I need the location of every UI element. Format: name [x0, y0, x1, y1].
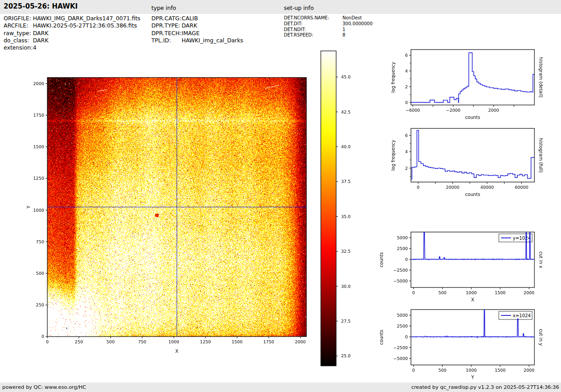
x-tick-label: 750 [138, 339, 146, 344]
metadata-row: ORIGFILE:HAWKI_IMG_DARK_Darks147_0071.fi… [4, 15, 141, 22]
y-tick-label: 1500 [33, 144, 44, 149]
metadata-row: extension:4 [4, 44, 141, 51]
x-tick-label: 0 [412, 290, 415, 295]
metadata-label: DPR.TECH: [151, 30, 182, 37]
legend: y=1024 [499, 234, 532, 242]
colorbar-tick-label: 45.0 [341, 74, 351, 79]
colorbar-tick-label: 25.0 [341, 353, 351, 358]
metadata-label: ARCFILE: [4, 22, 33, 29]
y-tick-label: −2500 [393, 345, 408, 350]
series-line [411, 310, 534, 337]
setup-info-heading: set-up info [284, 5, 314, 11]
x-tick-label: 1500 [495, 368, 506, 373]
legend: x=1024 [499, 311, 532, 319]
x-tick-label: 1750 [263, 339, 274, 344]
y-tick-label: 1250 [33, 176, 44, 181]
y-tick-label: 6 [405, 53, 408, 58]
right-axis-label: cut in x [538, 251, 543, 268]
x-tick-label: −2000 [446, 108, 461, 113]
series-line [411, 232, 534, 260]
type-info-block: DPR.CATG:CALIBDPR.TYPE:DARKDPR.TECH:IMAG… [151, 15, 243, 44]
y-tick-label: 0 [405, 334, 408, 339]
metadata-row: DET.RSPEED:8 [284, 32, 373, 38]
type-info-heading: type info [151, 5, 176, 11]
right-axis-label: histogram (detail) [538, 57, 543, 98]
colorbar-tick-label: 32.5 [341, 249, 351, 254]
y-tick-label: 500 [36, 271, 44, 276]
y-axis-label: log frequency [391, 140, 396, 171]
metadata-value: HAWKI_IMG_DARK_Darks147_0071.fits [33, 15, 141, 22]
metadata-row: DET.NDIT:1 [284, 27, 373, 33]
series-line [411, 53, 534, 102]
right-axis-label: cut in y [538, 329, 543, 346]
y-axis-label: counts [379, 330, 384, 345]
metadata-label: extension: [4, 44, 33, 51]
y-tick-label: 5000 [397, 235, 408, 240]
setup-info-block: DET.NCORRS.NAME:NonDestDET.DIT:300.00000… [284, 15, 373, 38]
x-tick-label: 2000 [295, 339, 306, 344]
header-bar [0, 0, 561, 14]
colorbar [321, 51, 336, 366]
y-axis-label: counts [379, 252, 384, 267]
metadata-label: ORIGFILE: [4, 15, 33, 22]
x-tick-label: 0 [46, 339, 49, 344]
y-tick-label: 0 [41, 334, 44, 339]
axes-frame [411, 310, 534, 365]
x-tick-label: 40000 [480, 185, 494, 190]
metadata-label: DET.DIT: [284, 21, 342, 27]
x-tick-label: 1500 [232, 339, 242, 344]
axes-frame [411, 50, 534, 105]
metadata-label: DPR.CATG: [151, 15, 182, 22]
metadata-row: TPL.ID:HAWKI_img_cal_Darks [151, 37, 243, 44]
x-tick-label: 250 [75, 339, 83, 344]
y-tick-label: 750 [36, 239, 44, 244]
metadata-value: CALIB [182, 15, 198, 22]
y-tick-label: 2000 [33, 81, 44, 86]
y-axis-label: log frequency [391, 62, 396, 93]
metadata-value: NonDest [342, 15, 362, 20]
file-info-block: ORIGFILE:HAWKI_IMG_DARK_Darks147_0071.fi… [4, 15, 141, 51]
metadata-row: DET.NCORRS.NAME:NonDest [284, 15, 373, 21]
metadata-value: 8 [342, 32, 345, 37]
series-line [411, 131, 534, 179]
x-tick-label: 2000 [524, 290, 534, 295]
x-tick-label: 0 [412, 368, 415, 373]
metadata-row: ARCFILE:HAWKI.2025-05-27T12:36:05.386.fi… [4, 22, 141, 29]
legend-label: y=1024 [513, 236, 531, 241]
metadata-value: DARK [182, 22, 197, 29]
axes-frame [411, 232, 534, 287]
x-tick-label: 2000 [524, 368, 534, 373]
colorbar-tick-label: 42.5 [341, 109, 351, 114]
colorbar-tick-label: 35.0 [341, 214, 351, 219]
right-axis-label: histogram (full) [538, 138, 543, 173]
y-tick-label: 1750 [33, 113, 44, 118]
x-tick-label: 500 [438, 368, 447, 373]
x-axis-label: Y [471, 375, 474, 380]
y-tick-label: 0 [405, 257, 408, 262]
metadata-value: HAWKI.2025-05-27T12:36:05.386.fits [33, 22, 137, 29]
y-tick-label: 4 [405, 149, 408, 154]
x-tick-label: 1000 [466, 368, 477, 373]
y-tick-label: 6 [405, 133, 408, 138]
x-tick-label: 500 [438, 290, 447, 295]
x-tick-label: 60000 [515, 185, 528, 190]
legend-label: x=1024 [513, 313, 531, 318]
y-tick-label: −5000 [393, 356, 408, 361]
x-axis-label: counts [465, 115, 480, 120]
colorbar-tick-label: 30.0 [341, 284, 351, 289]
y-tick-label: −2500 [393, 268, 408, 273]
metadata-row: DPR.TECH:IMAGE [151, 30, 243, 37]
metadata-value: 300.0000000 [342, 21, 373, 26]
metadata-row: DPR.TYPE:DARK [151, 22, 243, 29]
y-tick-label: 2500 [397, 246, 408, 251]
metadata-label: DET.RSPEED: [284, 32, 342, 38]
colorbar-tick-label: 27.5 [341, 319, 351, 324]
x-tick-label: 500 [106, 339, 114, 344]
x-axis-label: counts [465, 192, 480, 197]
y-tick-label: 4 [405, 68, 408, 73]
x-tick-label: 0 [417, 185, 420, 190]
metadata-label: DET.NDIT: [284, 27, 342, 33]
y-tick-label: 250 [36, 302, 44, 307]
metadata-row: DET.DIT:300.0000000 [284, 21, 373, 27]
x-tick-label: 1250 [200, 339, 211, 344]
